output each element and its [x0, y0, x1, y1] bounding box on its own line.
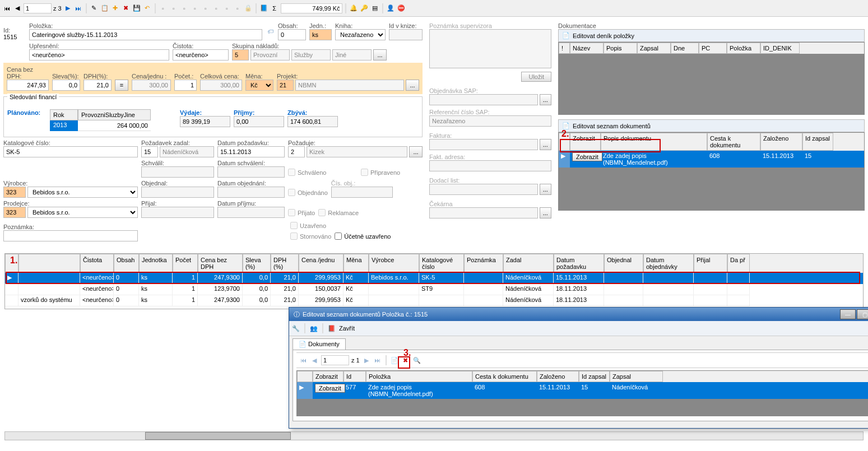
- dlg-col-polozka[interactable]: Položka: [366, 371, 472, 382]
- denik-col-pc[interactable]: PC: [699, 43, 727, 54]
- dlg-col-zobrazit[interactable]: Zobrazit: [313, 371, 344, 382]
- dlg-add-icon[interactable]: 📄: [390, 356, 399, 365]
- seznam-col-zalozeno[interactable]: Založeno: [760, 133, 802, 151]
- list-col-18[interactable]: Přijal: [694, 254, 727, 273]
- tb-icon-8[interactable]: ▫: [233, 4, 242, 13]
- undo-icon[interactable]: ↶: [143, 4, 152, 13]
- list-col-9[interactable]: Cena /jednu: [299, 254, 344, 273]
- polozka-input[interactable]: [29, 29, 262, 40]
- book-icon[interactable]: 📘: [259, 4, 268, 13]
- denik-col-nazev[interactable]: Název: [570, 43, 604, 54]
- lock-icon[interactable]: 🔒: [244, 4, 253, 13]
- list-col-6[interactable]: Cena bez DPH: [198, 254, 243, 273]
- seznam-row[interactable]: ▶ Zobrazit Zde zadej popis (NBMN_Mendeln…: [559, 151, 864, 168]
- dlg-col-id[interactable]: Id: [344, 371, 366, 382]
- chk-ucetne[interactable]: [335, 233, 342, 240]
- list-col-11[interactable]: Výrobce: [369, 254, 419, 273]
- edit-icon[interactable]: ✎: [90, 4, 99, 13]
- list-row[interactable]: <neurčeno>0ks1123,97000,021,0150,0037KčS…: [5, 284, 863, 295]
- upresneni-input[interactable]: [29, 49, 169, 61]
- katalog-input[interactable]: [3, 146, 138, 157]
- last-icon[interactable]: ⏭: [74, 4, 83, 13]
- zobrazit-btn[interactable]: Zobrazit: [572, 152, 602, 161]
- list-col-15[interactable]: Datum požadavku: [554, 254, 604, 273]
- dlg-col-cesta[interactable]: Cesta k dokumentu: [472, 371, 537, 382]
- amount-field[interactable]: [281, 3, 342, 13]
- dlg-col-zalozeno[interactable]: Založeno: [537, 371, 579, 382]
- dlg-col-zapsal[interactable]: Zapsal: [610, 371, 663, 382]
- dlg-col-idzapsal[interactable]: Id zapsal: [579, 371, 610, 382]
- skupina-code[interactable]: [232, 49, 249, 61]
- dlg-row[interactable]: ▶ Zobrazit 577 Zde zadej popis (NBMN_Men…: [297, 382, 868, 399]
- vyrobce-id[interactable]: [3, 187, 26, 198]
- projekt-dots[interactable]: ...: [406, 80, 419, 91]
- bell-icon[interactable]: 🔔: [349, 4, 358, 13]
- dph-input[interactable]: [83, 80, 112, 91]
- pocet-input[interactable]: [174, 80, 197, 91]
- first-icon[interactable]: ⏮: [2, 4, 11, 13]
- pozaduje-dots[interactable]: ...: [409, 146, 423, 157]
- idvknize-input[interactable]: [389, 29, 423, 40]
- list-col-10[interactable]: Měna: [344, 254, 369, 273]
- list-col-4[interactable]: Jednotka: [139, 254, 173, 273]
- minimize-button[interactable]: —: [840, 309, 856, 319]
- edit-seznam-panel[interactable]: 📄Editovat seznam dokumentů: [558, 119, 865, 132]
- add-icon[interactable]: ✚: [111, 4, 120, 13]
- page-input[interactable]: [24, 3, 52, 13]
- seznam-col-idzapsal[interactable]: Id zapsal: [802, 133, 833, 151]
- cistota-input[interactable]: [173, 49, 229, 61]
- list-col-16[interactable]: Objednal: [604, 254, 643, 273]
- vyrobce-select[interactable]: Bebidos s.r.o.: [27, 187, 138, 198]
- tb-icon-4[interactable]: ▫: [191, 4, 199, 13]
- dialog-titlebar[interactable]: ⓘEditovat seznam dokumentů Položka č.: 1…: [289, 308, 868, 321]
- denik-col-dne[interactable]: Dne: [671, 43, 699, 54]
- denik-col-polozka[interactable]: Položka: [727, 43, 760, 54]
- cenabez-input[interactable]: [7, 80, 49, 91]
- sap-dots[interactable]: ...: [540, 94, 551, 105]
- dlg-close-icon[interactable]: 📕: [327, 324, 336, 333]
- user-icon[interactable]: 👤: [386, 4, 395, 13]
- skupina-dots[interactable]: ...: [373, 49, 387, 61]
- prodejce-select[interactable]: Bebidos s.r.o.: [27, 207, 138, 218]
- prev-icon[interactable]: ◀: [13, 4, 22, 13]
- poznamka-input[interactable]: [3, 230, 138, 241]
- tag-icon[interactable]: 🏷: [266, 27, 275, 36]
- list-col-8[interactable]: DPH (%): [271, 254, 299, 273]
- list-col-13[interactable]: Poznámka: [464, 254, 503, 273]
- denik-col-iddenik[interactable]: ID_DENIK: [760, 43, 800, 54]
- list-col-1[interactable]: [18, 254, 80, 273]
- list-col-19[interactable]: Da př: [727, 254, 750, 273]
- tb-icon-5[interactable]: ▫: [201, 4, 210, 13]
- tb-icon-6[interactable]: ▫: [212, 4, 221, 13]
- denik-col-popis[interactable]: Popis: [604, 43, 637, 54]
- seznam-col-cesta[interactable]: Cesta k dokumentu: [707, 133, 760, 151]
- list-col-3[interactable]: Obsah: [114, 254, 139, 273]
- list-col-7[interactable]: Sleva (%): [243, 254, 271, 273]
- dlg-page-input[interactable]: [321, 355, 349, 365]
- copy-icon[interactable]: 📋: [100, 4, 109, 13]
- seznam-col-popis[interactable]: Popis dokumentu: [601, 133, 707, 151]
- h-scrollbar[interactable]: [4, 431, 864, 440]
- list-icon[interactable]: ▤: [370, 4, 379, 13]
- seznam-col-zobrazit[interactable]: Zobrazit: [570, 133, 601, 151]
- kniha-select[interactable]: Nezařazeno: [335, 29, 386, 40]
- ulozit-button[interactable]: Uložit: [521, 72, 551, 82]
- tb-icon-1[interactable]: ▫: [159, 4, 168, 13]
- eq-btn[interactable]: =: [115, 80, 128, 91]
- list-col-17[interactable]: Datum objednávky: [643, 254, 694, 273]
- tb-icon-2[interactable]: ▫: [169, 4, 178, 13]
- maximize-button[interactable]: ▢: [857, 309, 868, 319]
- denik-col-zapsal[interactable]: Zapsal: [637, 43, 671, 54]
- list-col-5[interactable]: Počet: [173, 254, 198, 273]
- dlg-tool-2[interactable]: 👥: [309, 324, 318, 333]
- dodaci-dots[interactable]: ...: [540, 184, 551, 195]
- jedn-input[interactable]: [309, 29, 332, 40]
- mena-select[interactable]: Kč: [245, 80, 273, 91]
- block-icon[interactable]: ⛔: [397, 4, 406, 13]
- dlg-zobrazit-btn[interactable]: Zobrazit: [315, 384, 345, 393]
- sum-icon[interactable]: Σ: [270, 4, 279, 13]
- cekarna-dots[interactable]: ...: [540, 207, 551, 218]
- denik-col-excl[interactable]: !: [559, 43, 570, 54]
- tb-icon-7[interactable]: ▫: [222, 4, 231, 13]
- list-col-12[interactable]: Katalogové číslo: [419, 254, 464, 273]
